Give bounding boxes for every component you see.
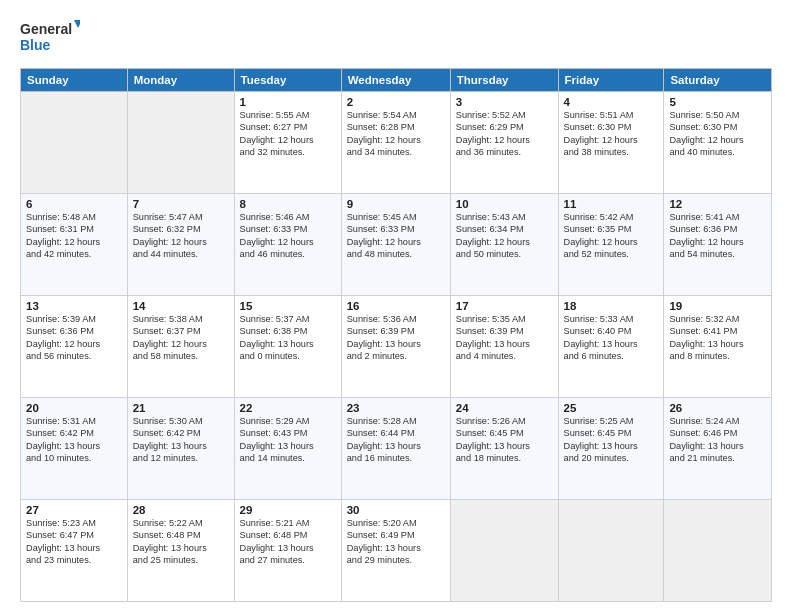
calendar-cell: [127, 92, 234, 194]
calendar-cell: 15Sunrise: 5:37 AM Sunset: 6:38 PM Dayli…: [234, 296, 341, 398]
calendar-cell: 27Sunrise: 5:23 AM Sunset: 6:47 PM Dayli…: [21, 500, 128, 602]
calendar-cell: 28Sunrise: 5:22 AM Sunset: 6:48 PM Dayli…: [127, 500, 234, 602]
days-header-row: SundayMondayTuesdayWednesdayThursdayFrid…: [21, 69, 772, 92]
day-info: Sunrise: 5:20 AM Sunset: 6:49 PM Dayligh…: [347, 517, 445, 567]
col-header-sunday: Sunday: [21, 69, 128, 92]
day-info: Sunrise: 5:42 AM Sunset: 6:35 PM Dayligh…: [564, 211, 659, 261]
day-number: 2: [347, 96, 445, 108]
day-number: 6: [26, 198, 122, 210]
day-number: 28: [133, 504, 229, 516]
day-number: 8: [240, 198, 336, 210]
week-row-3: 13Sunrise: 5:39 AM Sunset: 6:36 PM Dayli…: [21, 296, 772, 398]
day-info: Sunrise: 5:22 AM Sunset: 6:48 PM Dayligh…: [133, 517, 229, 567]
day-number: 23: [347, 402, 445, 414]
day-info: Sunrise: 5:37 AM Sunset: 6:38 PM Dayligh…: [240, 313, 336, 363]
week-row-1: 1Sunrise: 5:55 AM Sunset: 6:27 PM Daylig…: [21, 92, 772, 194]
calendar-cell: 11Sunrise: 5:42 AM Sunset: 6:35 PM Dayli…: [558, 194, 664, 296]
col-header-saturday: Saturday: [664, 69, 772, 92]
calendar-cell: 12Sunrise: 5:41 AM Sunset: 6:36 PM Dayli…: [664, 194, 772, 296]
header: General Blue: [20, 18, 772, 56]
day-number: 21: [133, 402, 229, 414]
day-info: Sunrise: 5:45 AM Sunset: 6:33 PM Dayligh…: [347, 211, 445, 261]
calendar-cell: 10Sunrise: 5:43 AM Sunset: 6:34 PM Dayli…: [450, 194, 558, 296]
calendar-cell: 17Sunrise: 5:35 AM Sunset: 6:39 PM Dayli…: [450, 296, 558, 398]
logo: General Blue: [20, 18, 80, 56]
day-number: 26: [669, 402, 766, 414]
day-info: Sunrise: 5:28 AM Sunset: 6:44 PM Dayligh…: [347, 415, 445, 465]
day-info: Sunrise: 5:54 AM Sunset: 6:28 PM Dayligh…: [347, 109, 445, 159]
calendar-cell: 7Sunrise: 5:47 AM Sunset: 6:32 PM Daylig…: [127, 194, 234, 296]
day-info: Sunrise: 5:29 AM Sunset: 6:43 PM Dayligh…: [240, 415, 336, 465]
day-info: Sunrise: 5:50 AM Sunset: 6:30 PM Dayligh…: [669, 109, 766, 159]
logo-svg: General Blue: [20, 18, 80, 56]
svg-text:General: General: [20, 21, 72, 37]
calendar-cell: 30Sunrise: 5:20 AM Sunset: 6:49 PM Dayli…: [341, 500, 450, 602]
day-number: 16: [347, 300, 445, 312]
calendar-cell: 1Sunrise: 5:55 AM Sunset: 6:27 PM Daylig…: [234, 92, 341, 194]
calendar-cell: 25Sunrise: 5:25 AM Sunset: 6:45 PM Dayli…: [558, 398, 664, 500]
svg-text:Blue: Blue: [20, 37, 51, 53]
week-row-2: 6Sunrise: 5:48 AM Sunset: 6:31 PM Daylig…: [21, 194, 772, 296]
day-number: 5: [669, 96, 766, 108]
day-number: 27: [26, 504, 122, 516]
day-number: 18: [564, 300, 659, 312]
day-info: Sunrise: 5:38 AM Sunset: 6:37 PM Dayligh…: [133, 313, 229, 363]
day-info: Sunrise: 5:36 AM Sunset: 6:39 PM Dayligh…: [347, 313, 445, 363]
calendar-cell: 16Sunrise: 5:36 AM Sunset: 6:39 PM Dayli…: [341, 296, 450, 398]
day-info: Sunrise: 5:52 AM Sunset: 6:29 PM Dayligh…: [456, 109, 553, 159]
day-number: 3: [456, 96, 553, 108]
day-info: Sunrise: 5:41 AM Sunset: 6:36 PM Dayligh…: [669, 211, 766, 261]
day-number: 15: [240, 300, 336, 312]
calendar-cell: [450, 500, 558, 602]
day-number: 14: [133, 300, 229, 312]
calendar-cell: 3Sunrise: 5:52 AM Sunset: 6:29 PM Daylig…: [450, 92, 558, 194]
calendar-cell: [21, 92, 128, 194]
col-header-thursday: Thursday: [450, 69, 558, 92]
calendar-cell: [664, 500, 772, 602]
calendar-cell: 22Sunrise: 5:29 AM Sunset: 6:43 PM Dayli…: [234, 398, 341, 500]
day-info: Sunrise: 5:55 AM Sunset: 6:27 PM Dayligh…: [240, 109, 336, 159]
day-number: 20: [26, 402, 122, 414]
day-info: Sunrise: 5:35 AM Sunset: 6:39 PM Dayligh…: [456, 313, 553, 363]
day-number: 1: [240, 96, 336, 108]
day-number: 29: [240, 504, 336, 516]
day-info: Sunrise: 5:25 AM Sunset: 6:45 PM Dayligh…: [564, 415, 659, 465]
calendar-cell: 9Sunrise: 5:45 AM Sunset: 6:33 PM Daylig…: [341, 194, 450, 296]
day-info: Sunrise: 5:51 AM Sunset: 6:30 PM Dayligh…: [564, 109, 659, 159]
calendar-cell: 21Sunrise: 5:30 AM Sunset: 6:42 PM Dayli…: [127, 398, 234, 500]
day-number: 19: [669, 300, 766, 312]
day-number: 24: [456, 402, 553, 414]
col-header-friday: Friday: [558, 69, 664, 92]
day-number: 17: [456, 300, 553, 312]
col-header-monday: Monday: [127, 69, 234, 92]
day-number: 11: [564, 198, 659, 210]
day-info: Sunrise: 5:24 AM Sunset: 6:46 PM Dayligh…: [669, 415, 766, 465]
calendar-cell: 29Sunrise: 5:21 AM Sunset: 6:48 PM Dayli…: [234, 500, 341, 602]
svg-marker-2: [74, 20, 80, 28]
day-info: Sunrise: 5:43 AM Sunset: 6:34 PM Dayligh…: [456, 211, 553, 261]
day-info: Sunrise: 5:47 AM Sunset: 6:32 PM Dayligh…: [133, 211, 229, 261]
calendar-cell: 6Sunrise: 5:48 AM Sunset: 6:31 PM Daylig…: [21, 194, 128, 296]
calendar-cell: 23Sunrise: 5:28 AM Sunset: 6:44 PM Dayli…: [341, 398, 450, 500]
calendar-cell: 18Sunrise: 5:33 AM Sunset: 6:40 PM Dayli…: [558, 296, 664, 398]
day-info: Sunrise: 5:26 AM Sunset: 6:45 PM Dayligh…: [456, 415, 553, 465]
day-info: Sunrise: 5:32 AM Sunset: 6:41 PM Dayligh…: [669, 313, 766, 363]
calendar-cell: 26Sunrise: 5:24 AM Sunset: 6:46 PM Dayli…: [664, 398, 772, 500]
calendar-cell: 4Sunrise: 5:51 AM Sunset: 6:30 PM Daylig…: [558, 92, 664, 194]
day-number: 4: [564, 96, 659, 108]
day-number: 10: [456, 198, 553, 210]
week-row-4: 20Sunrise: 5:31 AM Sunset: 6:42 PM Dayli…: [21, 398, 772, 500]
calendar-table: SundayMondayTuesdayWednesdayThursdayFrid…: [20, 68, 772, 602]
day-info: Sunrise: 5:21 AM Sunset: 6:48 PM Dayligh…: [240, 517, 336, 567]
calendar-cell: 13Sunrise: 5:39 AM Sunset: 6:36 PM Dayli…: [21, 296, 128, 398]
day-info: Sunrise: 5:31 AM Sunset: 6:42 PM Dayligh…: [26, 415, 122, 465]
col-header-wednesday: Wednesday: [341, 69, 450, 92]
day-number: 12: [669, 198, 766, 210]
day-number: 9: [347, 198, 445, 210]
calendar-cell: 19Sunrise: 5:32 AM Sunset: 6:41 PM Dayli…: [664, 296, 772, 398]
day-number: 22: [240, 402, 336, 414]
col-header-tuesday: Tuesday: [234, 69, 341, 92]
calendar-cell: [558, 500, 664, 602]
day-info: Sunrise: 5:48 AM Sunset: 6:31 PM Dayligh…: [26, 211, 122, 261]
day-number: 7: [133, 198, 229, 210]
